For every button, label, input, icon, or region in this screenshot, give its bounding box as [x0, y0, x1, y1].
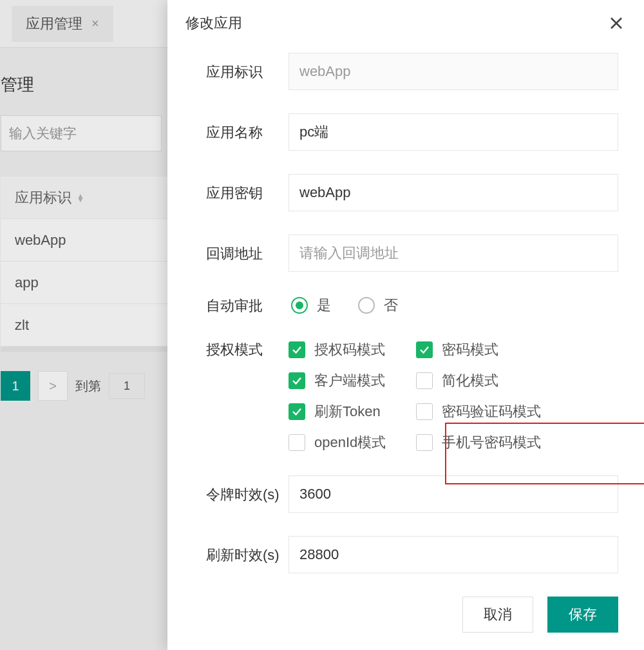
- checkbox-icon: [289, 372, 305, 389]
- radio-yes[interactable]: 是: [291, 296, 331, 315]
- label-refresh-ttl: 刷新时效(s): [206, 544, 289, 565]
- checkbox-grant-type[interactable]: 简化模式: [416, 371, 564, 390]
- checkbox-icon: [416, 403, 433, 420]
- label-app-id: 应用标识: [206, 61, 289, 82]
- checkbox-icon: [289, 434, 305, 451]
- cancel-button[interactable]: 取消: [462, 597, 533, 633]
- edit-app-form: 应用标识 webApp 应用名称 pc端 应用密钥 webApp 回调地址 请输…: [167, 46, 644, 573]
- checkbox-grant-type[interactable]: 密码验证码模式: [416, 402, 564, 421]
- checkbox-icon: [289, 341, 305, 358]
- checkbox-label: 客户端模式: [314, 371, 385, 390]
- token-ttl-field[interactable]: 3600: [289, 475, 618, 513]
- save-button[interactable]: 保存: [547, 597, 618, 633]
- app-id-field: webApp: [289, 53, 618, 90]
- radio-icon: [291, 297, 308, 314]
- checkbox-grant-type[interactable]: openId模式: [289, 433, 416, 452]
- edit-app-modal: 修改应用 应用标识 webApp 应用名称 pc端 应用密钥 webApp 回调…: [167, 0, 644, 650]
- callback-field[interactable]: 请输入回调地址: [289, 234, 618, 272]
- app-name-field[interactable]: pc端: [289, 113, 618, 151]
- checkbox-label: 授权码模式: [314, 340, 385, 359]
- grant-types-group: 授权码模式密码模式客户端模式简化模式刷新Token密码验证码模式openId模式…: [289, 339, 564, 452]
- radio-no[interactable]: 否: [358, 296, 398, 315]
- app-secret-field[interactable]: webApp: [289, 174, 618, 211]
- modal-header: 修改应用: [167, 0, 644, 46]
- label-callback: 回调地址: [206, 243, 289, 263]
- label-app-secret: 应用密钥: [206, 182, 289, 203]
- checkbox-icon: [289, 403, 305, 420]
- modal-title: 修改应用: [185, 14, 242, 33]
- checkbox-icon: [416, 434, 433, 451]
- checkbox-icon: [416, 341, 433, 358]
- checkbox-label: 简化模式: [442, 371, 498, 390]
- checkbox-label: 密码验证码模式: [442, 402, 541, 421]
- checkbox-grant-type[interactable]: 密码模式: [416, 340, 564, 359]
- checkbox-grant-type[interactable]: 客户端模式: [289, 371, 416, 390]
- checkbox-grant-type[interactable]: 刷新Token: [289, 402, 416, 421]
- refresh-ttl-field[interactable]: 28800: [289, 536, 618, 573]
- checkbox-icon: [416, 372, 433, 389]
- checkbox-grant-type[interactable]: 手机号密码模式: [416, 433, 564, 452]
- checkbox-label: openId模式: [314, 433, 386, 452]
- checkbox-grant-type[interactable]: 授权码模式: [289, 340, 416, 359]
- close-icon[interactable]: [607, 14, 626, 33]
- auto-approve-radio-group: 是 否: [289, 296, 398, 315]
- radio-icon: [358, 297, 375, 314]
- checkbox-label: 刷新Token: [314, 402, 381, 421]
- label-grant-types: 授权模式: [206, 339, 289, 359]
- checkbox-label: 密码模式: [442, 340, 498, 359]
- modal-footer: 取消 保存: [167, 579, 644, 650]
- label-auto-approve: 自动审批: [206, 295, 289, 316]
- label-app-name: 应用名称: [206, 122, 289, 142]
- label-token-ttl: 令牌时效(s): [206, 484, 289, 504]
- checkbox-label: 手机号密码模式: [442, 433, 541, 452]
